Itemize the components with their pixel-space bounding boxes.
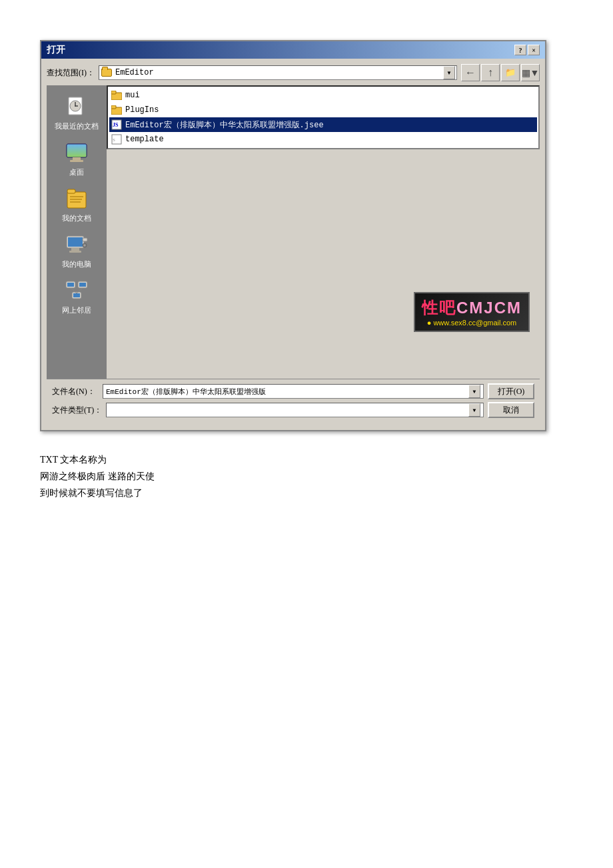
filename-label: 文件名(N)： <box>52 386 99 397</box>
sidebar-item-desktop[interactable]: 桌面 <box>50 137 103 180</box>
page-text-line3: 到时候就不要填写信息了 <box>40 485 573 501</box>
svg-rect-24 <box>79 283 86 287</box>
new-folder-button[interactable]: 📁 <box>501 64 520 81</box>
sidebar-item-mycomputer[interactable]: 我的电脑 <box>50 229 103 272</box>
file-item-template[interactable]: S template <box>109 132 537 147</box>
filetype-combo-arrow[interactable]: ▼ <box>468 403 480 417</box>
svg-text:JS: JS <box>113 122 119 128</box>
toolbar-label: 查找范围(I)： <box>47 67 95 79</box>
filetype-input-wrapper: ▼ <box>106 403 484 417</box>
svg-rect-22 <box>67 283 74 287</box>
file-item-jsee-name: EmEditor宏（排版脚本）中华太阳系联盟增强版.jsee <box>125 119 324 131</box>
toolbar-row: 查找范围(I)： EmEditor ▼ ← ↑ 📁 <box>47 64 540 81</box>
open-button[interactable]: 打开(O) <box>488 383 534 399</box>
filename-value: EmEditor宏（排版脚本）中华太阳系联盟增强版 <box>106 387 468 397</box>
page-text: TXT 文本名称为 网游之终极肉盾 迷路的天使 到时候就不要填写信息了 <box>40 451 573 502</box>
svg-rect-11 <box>70 196 83 197</box>
sidebar: 我最近的文档 <box>47 85 107 379</box>
folder-combo-arrow[interactable]: ▼ <box>443 66 455 79</box>
svg-rect-17 <box>69 251 81 253</box>
file-list[interactable]: mui PlugIns <box>107 85 540 149</box>
file-area-wrapper: mui PlugIns <box>107 85 540 379</box>
svg-rect-16 <box>71 248 79 251</box>
script-icon-template: S <box>111 134 123 145</box>
sidebar-item-network[interactable]: 网上邻居 <box>50 275 103 318</box>
open-dialog: 打开 ? × 查找范围(I)： EmEditor ▼ <box>40 40 546 431</box>
view-icon: ▦▼ <box>522 67 540 79</box>
cancel-button[interactable]: 取消 <box>488 402 534 418</box>
help-button[interactable]: ? <box>514 45 526 55</box>
desktop-icon <box>63 139 90 166</box>
page-text-line2: 网游之终极肉盾 迷路的天使 <box>40 468 573 485</box>
mydocs-icon <box>63 185 90 212</box>
svg-text:S: S <box>113 137 115 143</box>
folder-icon-plugins <box>111 105 123 115</box>
back-icon: ← <box>465 67 476 79</box>
logo-cmjcm: CMJCM <box>456 299 522 317</box>
filename-combo-arrow[interactable]: ▼ <box>468 385 480 398</box>
new-folder-icon: 📁 <box>505 67 516 78</box>
sidebar-item-desktop-label: 桌面 <box>69 167 84 177</box>
svg-rect-6 <box>67 144 87 157</box>
file-item-plugins[interactable]: PlugIns <box>109 103 537 117</box>
network-icon <box>63 277 90 304</box>
file-item-template-name: template <box>125 135 164 144</box>
mycomputer-icon <box>63 231 90 258</box>
file-item-mui[interactable]: mui <box>109 88 537 103</box>
sidebar-item-mydocs-label: 我的文档 <box>62 213 91 223</box>
sidebar-item-mycomputer-label: 我的电脑 <box>62 259 91 269</box>
file-item-mui-name: mui <box>125 91 140 100</box>
dialog-bottom: 文件名(N)： EmEditor宏（排版脚本）中华太阳系联盟增强版 ▼ 打开(O… <box>47 379 540 425</box>
filename-combo[interactable]: EmEditor宏（排版脚本）中华太阳系联盟增强版 ▼ <box>103 384 484 399</box>
dialog-title: 打开 <box>47 44 65 56</box>
filetype-label: 文件类型(T)： <box>52 405 102 416</box>
sidebar-item-recent[interactable]: 我最近的文档 <box>50 91 103 134</box>
toolbar-buttons: ← ↑ 📁 ▦▼ <box>461 64 540 81</box>
close-button[interactable]: × <box>528 45 540 55</box>
svg-point-4 <box>75 105 76 107</box>
svg-rect-7 <box>73 157 81 160</box>
current-folder-text: EmEditor <box>115 68 443 77</box>
svg-rect-12 <box>70 199 82 200</box>
up-button[interactable]: ↑ <box>481 64 500 81</box>
svg-rect-10 <box>67 189 75 193</box>
folder-icon-small <box>101 69 112 77</box>
svg-rect-26 <box>73 293 80 297</box>
svg-rect-15 <box>68 237 83 247</box>
sidebar-item-network-label: 网上邻居 <box>62 305 91 315</box>
file-item-jsee[interactable]: JS EmEditor宏（排版脚本）中华太阳系联盟增强版.jsee <box>109 117 537 132</box>
dialog-titlebar: 打开 ? × <box>41 41 545 59</box>
logo-box: 性吧CMJCM ● www.sex8.cc@gmail.com <box>414 292 530 332</box>
logo-sub-text: ● www.sex8.cc@gmail.com <box>422 319 522 327</box>
file-item-plugins-name: PlugIns <box>125 105 159 115</box>
filename-input-wrapper: EmEditor宏（排版脚本）中华太阳系联盟增强版 ▼ <box>103 384 484 399</box>
svg-rect-18 <box>83 238 87 241</box>
recent-icon <box>63 93 90 120</box>
back-button[interactable]: ← <box>461 64 480 81</box>
sidebar-item-recent-label: 我最近的文档 <box>55 121 99 131</box>
svg-rect-13 <box>70 201 81 203</box>
up-icon: ↑ <box>488 67 493 79</box>
filetype-row: 文件类型(T)： ▼ 取消 <box>52 402 534 418</box>
titlebar-controls: ? × <box>514 45 540 55</box>
logo-main-text: 性吧CMJCM <box>422 297 522 319</box>
folder-combo-icon <box>101 67 113 79</box>
sidebar-item-mydocs[interactable]: 我的文档 <box>50 183 103 226</box>
svg-point-20 <box>84 245 86 247</box>
dialog-body: 查找范围(I)： EmEditor ▼ ← ↑ 📁 <box>41 59 545 430</box>
page-text-line1: TXT 文本名称为 <box>40 451 573 468</box>
view-button[interactable]: ▦▼ <box>521 64 540 81</box>
svg-rect-8 <box>70 160 83 162</box>
dialog-content: 我最近的文档 <box>47 85 540 379</box>
logo-area: 性吧CMJCM ● www.sex8.cc@gmail.com <box>414 292 530 332</box>
filename-row: 文件名(N)： EmEditor宏（排版脚本）中华太阳系联盟增强版 ▼ 打开(O… <box>52 383 534 399</box>
svg-rect-32 <box>111 105 116 109</box>
script-icon-jsee: JS <box>111 119 123 130</box>
svg-rect-30 <box>111 91 116 94</box>
filetype-combo[interactable]: ▼ <box>106 403 484 417</box>
folder-icon-mui <box>111 90 123 101</box>
folder-combo[interactable]: EmEditor ▼ <box>99 65 457 80</box>
